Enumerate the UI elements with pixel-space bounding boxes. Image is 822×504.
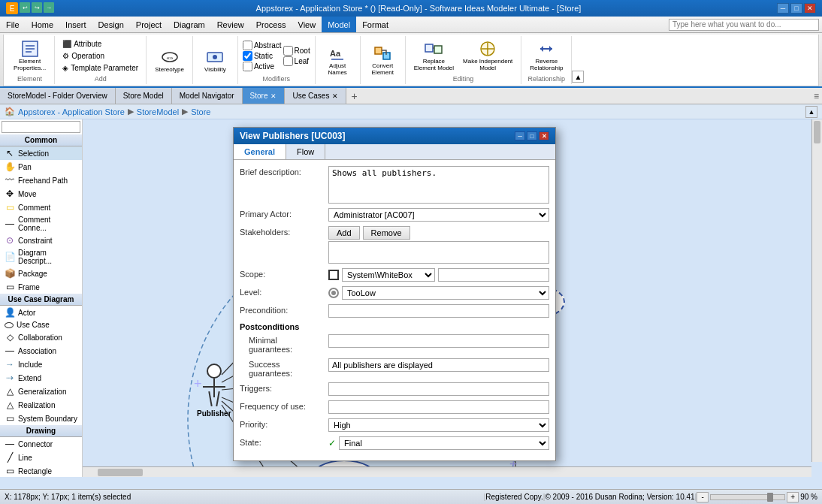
- sidebar-item-collaboration[interactable]: ◇ Collaboration: [0, 330, 82, 344]
- element-properties-button[interactable]: ElementProperties...: [10, 38, 50, 74]
- breadcrumb-store[interactable]: Store: [191, 107, 210, 116]
- toolbar-icon1[interactable]: ↩: [20, 2, 30, 13]
- primary-actor-select[interactable]: Administrator [AC007]: [328, 208, 549, 222]
- diagram-canvas[interactable]: «include» + + + View OwnedApplications A…: [83, 119, 822, 477]
- convert-element-button[interactable]: ConvertElement: [368, 42, 397, 78]
- sidebar-item-realization[interactable]: △ Realization: [0, 398, 82, 412]
- abstract-checkbox[interactable]: [243, 41, 252, 50]
- root-checkbox[interactable]: [283, 46, 293, 56]
- sidebar-item-freehand[interactable]: 〰 Freehand Path: [0, 174, 82, 187]
- operation-button[interactable]: ⚙ Operation: [59, 50, 141, 62]
- sidebar-item-frame[interactable]: ▭ Frame: [0, 280, 82, 294]
- sidebar-item-actor[interactable]: 👤 Actor: [0, 306, 82, 319]
- vertical-scrollbar[interactable]: [811, 119, 822, 462]
- abstract-checkbox-label[interactable]: Abstract: [243, 41, 282, 50]
- ribbon-collapse-button[interactable]: ▲: [572, 71, 584, 83]
- menu-format[interactable]: Format: [356, 17, 394, 32]
- scope-select[interactable]: System\WhiteBox: [342, 268, 435, 282]
- breadcrumb-nav-button[interactable]: ▲: [805, 106, 817, 118]
- sidebar-item-include[interactable]: → Include: [0, 358, 82, 371]
- tab-store-model[interactable]: Store Model: [116, 88, 172, 104]
- leaf-checkbox[interactable]: [283, 56, 293, 66]
- make-independent-button[interactable]: Make IndependentModel: [459, 38, 516, 74]
- static-checkbox-label[interactable]: Static: [243, 51, 282, 61]
- attribute-button[interactable]: ⬛ Attribute: [59, 38, 141, 50]
- active-checkbox[interactable]: [243, 62, 252, 71]
- static-checkbox[interactable]: [243, 51, 252, 61]
- precondition-input[interactable]: [328, 304, 549, 318]
- menu-project[interactable]: Project: [130, 17, 168, 32]
- add-tab-button[interactable]: +: [346, 89, 361, 104]
- zoom-slider[interactable]: [710, 494, 785, 500]
- sidebar-item-usecase[interactable]: Use Case: [0, 319, 82, 330]
- sidebar-item-move[interactable]: ✥ Move: [0, 187, 82, 201]
- sidebar-item-selection[interactable]: ↖ Selection: [0, 146, 82, 160]
- sidebar-item-generalization[interactable]: △ Generalization: [0, 385, 82, 398]
- zoom-in-button[interactable]: +: [787, 492, 799, 502]
- active-checkbox-label[interactable]: Active: [243, 62, 282, 71]
- breadcrumb-appstorex[interactable]: Appstorex - Application Store: [18, 107, 125, 116]
- reverse-relationship-button[interactable]: ReverseRelationship: [526, 38, 567, 74]
- frequency-input[interactable]: [328, 400, 549, 414]
- dialog-tab-flow[interactable]: Flow: [286, 144, 325, 159]
- menu-review[interactable]: Review: [211, 17, 250, 32]
- menu-insert[interactable]: Insert: [59, 17, 92, 32]
- sidebar-search-input[interactable]: [2, 121, 80, 133]
- priority-select[interactable]: High: [328, 418, 549, 432]
- tab-use-cases-close[interactable]: ✕: [332, 92, 338, 100]
- tab-storemodel-overview[interactable]: StoreModel - Folder Overview: [0, 88, 116, 104]
- menu-design[interactable]: Design: [92, 17, 130, 32]
- minimal-guarantees-input[interactable]: [328, 334, 549, 348]
- maximize-button[interactable]: □: [790, 3, 802, 14]
- scope-text-input[interactable]: [438, 268, 549, 282]
- stakeholders-add-button[interactable]: Add: [328, 226, 360, 240]
- tab-store[interactable]: Store ✕: [243, 88, 286, 104]
- sidebar-item-extend[interactable]: ⇢ Extend: [0, 371, 82, 385]
- brief-desc-textarea[interactable]: Shows all publishers.: [328, 166, 549, 204]
- sidebar-item-pan[interactable]: ✋ Pan: [0, 160, 82, 174]
- replace-element-button[interactable]: ReplaceElement Model: [410, 38, 458, 74]
- toolbar-icon2[interactable]: ↪: [32, 2, 42, 13]
- breadcrumb-storemodel[interactable]: StoreModel: [137, 107, 179, 116]
- sidebar-item-constraint[interactable]: ⊙ Constraint: [0, 234, 82, 247]
- dialog-maximize-button[interactable]: □: [527, 131, 537, 140]
- sidebar-item-system-boundary[interactable]: ▭ System Boundary: [0, 412, 82, 425]
- sidebar-item-comment-conn[interactable]: — Comment Conne...: [0, 214, 82, 234]
- root-checkbox-label[interactable]: Root: [283, 46, 310, 56]
- triggers-input[interactable]: [328, 382, 549, 396]
- visibility-button[interactable]: Visibility: [201, 46, 230, 75]
- dialog-close-button[interactable]: ✕: [539, 131, 549, 140]
- success-guarantees-input[interactable]: [328, 358, 549, 372]
- window-controls[interactable]: ─ □ ✕: [777, 3, 816, 14]
- sidebar-item-diagram-desc[interactable]: 📄 Diagram Descript...: [0, 247, 82, 267]
- zoom-slider-thumb[interactable]: [767, 493, 773, 502]
- stakeholders-remove-button[interactable]: Remove: [363, 226, 410, 240]
- minimize-button[interactable]: ─: [777, 3, 789, 14]
- actor-publisher[interactable]: Publisher: [197, 364, 231, 418]
- tab-model-navigator[interactable]: Model Navigator: [172, 88, 243, 104]
- horizontal-scrollbar[interactable]: [83, 466, 811, 477]
- sidebar-item-line[interactable]: ╱ Line: [0, 451, 82, 464]
- state-select[interactable]: Final: [339, 436, 549, 450]
- dialog-minimize-button[interactable]: ─: [515, 131, 525, 140]
- dialog-tab-general[interactable]: General: [234, 144, 286, 159]
- menu-process[interactable]: Process: [250, 17, 292, 32]
- search-input[interactable]: [669, 19, 819, 31]
- scrollbar-thumb[interactable]: [814, 121, 820, 143]
- leaf-checkbox-label[interactable]: Leaf: [283, 56, 310, 66]
- menu-file[interactable]: File: [0, 17, 26, 32]
- sidebar-item-association[interactable]: — Association: [0, 344, 82, 358]
- zoom-out-button[interactable]: -: [697, 492, 709, 502]
- tab-store-close[interactable]: ✕: [270, 92, 277, 100]
- tab-use-cases[interactable]: Use Cases ✕: [285, 88, 346, 104]
- menu-home[interactable]: Home: [26, 17, 59, 32]
- close-button[interactable]: ✕: [804, 3, 816, 14]
- stereotype-button[interactable]: «» Stereotype: [151, 46, 188, 75]
- sidebar-item-comment[interactable]: ▭ Comment: [0, 201, 82, 214]
- toolbar-icon3[interactable]: →: [44, 2, 54, 13]
- level-select[interactable]: TooLow: [342, 286, 549, 300]
- sidebar-item-rectangle[interactable]: ▭ Rectangle: [0, 464, 82, 477]
- sidebar-item-package[interactable]: 📦 Package: [0, 267, 82, 280]
- menu-diagram[interactable]: Diagram: [168, 17, 211, 32]
- menu-view[interactable]: View: [292, 17, 322, 32]
